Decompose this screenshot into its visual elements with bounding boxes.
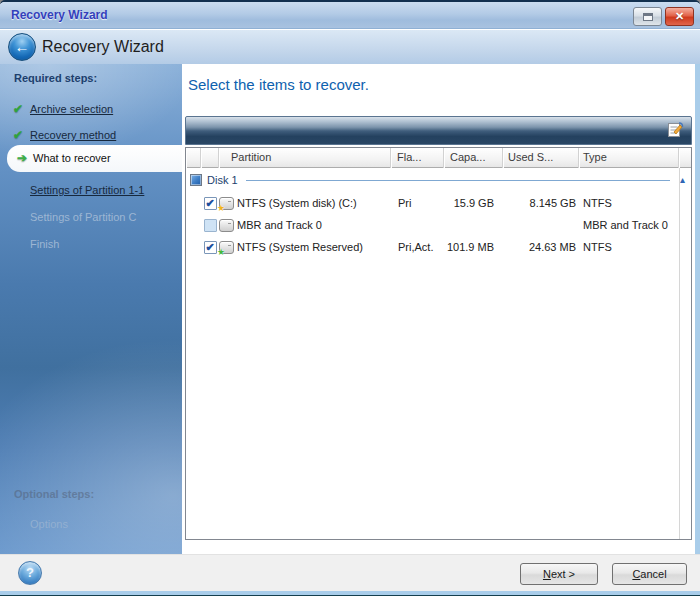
close-button[interactable]: ✕ [665, 7, 694, 26]
table-header-row: Partition Fla... Capa... Used S... Type [186, 148, 691, 168]
table-row[interactable]: ✔ ★ NTFS (System disk) (C:) Pri 15.9 GB … [186, 192, 691, 214]
back-arrow-icon: ← [15, 38, 30, 55]
column-header-type[interactable]: Type [579, 148, 679, 168]
partition-cell: ★ NTFS (System disk) (C:) [219, 197, 391, 210]
partition-icon: ★ [219, 241, 234, 254]
footer-bar: ? Next > Cancel [0, 554, 700, 591]
type-cell: MBR and Track 0 [579, 219, 679, 231]
properties-button[interactable] [664, 120, 686, 142]
flags-cell: Pri [391, 197, 444, 209]
wizard-body: Required steps: ✔ Archive selection ✔ Re… [0, 64, 700, 554]
sidebar-item-finish: Finish [0, 233, 182, 255]
titlebar[interactable]: Recovery Wizard ✕ [0, 2, 700, 29]
check-icon: ✔ [9, 124, 27, 146]
step-label: Options [30, 513, 68, 535]
column-header-capacity[interactable]: Capa... [444, 148, 503, 168]
help-button[interactable]: ? [18, 561, 42, 585]
next-button-label: ext > [551, 568, 575, 580]
optional-steps-label: Optional steps: [14, 488, 94, 500]
step-label: Recovery method [30, 124, 116, 146]
wizard-title: Recovery Wizard [42, 38, 164, 56]
group-divider-line [246, 180, 670, 181]
sidebar-item-archive-selection[interactable]: ✔ Archive selection [0, 98, 182, 120]
partition-icon: ★ [219, 197, 234, 210]
active-star-icon: ★ [217, 248, 225, 257]
wizard-header: ← Recovery Wizard [0, 30, 700, 64]
column-header-flags[interactable]: Fla... [391, 148, 444, 168]
maximize-button[interactable] [633, 7, 662, 26]
partitions-table: Partition Fla... Capa... Used S... Type … [185, 147, 692, 540]
cancel-button-label: ancel [640, 568, 666, 580]
type-cell: NTFS [579, 197, 679, 209]
capacity-cell: 15.9 GB [444, 197, 503, 209]
sidebar-item-recovery-method[interactable]: ✔ Recovery method [0, 124, 182, 146]
checkmark-icon: ✔ [205, 197, 214, 209]
partition-cell: ★ NTFS (System Reserved) [219, 241, 391, 254]
properties-icon [666, 120, 684, 139]
row-checkbox[interactable]: ✔ [204, 197, 217, 210]
recovery-wizard-window: Recovery Wizard ✕ ← Recovery Wizard Requ… [0, 0, 700, 596]
step-label: What to recover [33, 145, 111, 172]
table-row[interactable]: ✔ ★ NTFS (System Reserved) Pri,Act. 101.… [186, 236, 691, 258]
partition-name: NTFS (System disk) (C:) [237, 197, 357, 209]
next-button[interactable]: Next > [520, 563, 598, 585]
disk-group-row[interactable]: Disk 1 ▴ [186, 168, 691, 192]
collapse-arrow-icon[interactable]: ▴ [680, 175, 685, 185]
sidebar-item-what-to-recover[interactable]: ➔ What to recover [7, 145, 182, 172]
used-space-cell: 8.145 GB [503, 197, 579, 209]
disk-icon [190, 174, 202, 186]
primary-star-icon: ★ [217, 204, 225, 213]
help-icon: ? [26, 565, 34, 580]
close-icon: ✕ [675, 10, 684, 22]
row-checkbox[interactable]: ✔ [204, 219, 217, 232]
partition-name: MBR and Track 0 [237, 219, 322, 231]
used-space-cell: 24.63 MB [503, 241, 579, 253]
sidebar-item-options: Options [0, 513, 182, 535]
cancel-button[interactable]: Cancel [612, 563, 687, 585]
sidebar-item-settings-partition-1-1[interactable]: Settings of Partition 1-1 [0, 179, 182, 201]
window-title: Recovery Wizard [11, 8, 108, 22]
column-spacer-3 [679, 148, 691, 168]
checkmark-icon: ✔ [205, 241, 214, 253]
steps-sidebar: Required steps: ✔ Archive selection ✔ Re… [0, 64, 182, 554]
column-header-partition[interactable]: Partition [219, 148, 391, 168]
step-label: Settings of Partition C [30, 206, 136, 228]
page-title: Select the items to recover. [188, 76, 369, 93]
step-label: Settings of Partition 1-1 [30, 179, 144, 201]
column-spacer-2 [201, 148, 219, 168]
next-button-accesskey: N [543, 568, 551, 580]
current-arrow-icon: ➔ [13, 145, 31, 172]
check-icon: ✔ [9, 98, 27, 120]
capacity-cell: 101.9 MB [444, 241, 503, 253]
sidebar-item-settings-partition-c: Settings of Partition C [0, 206, 182, 228]
type-cell: NTFS [579, 241, 679, 253]
partition-icon: ★ [219, 219, 234, 232]
maximize-icon [643, 13, 653, 21]
flags-cell: Pri,Act. [391, 241, 444, 253]
column-header-used-space[interactable]: Used S... [503, 148, 579, 168]
back-button[interactable]: ← [8, 33, 36, 61]
required-steps-label: Required steps: [14, 72, 97, 84]
column-spacer-1 [186, 148, 201, 168]
row-checkbox-cell: ✔ [201, 218, 219, 232]
table-row[interactable]: ✔ ★ MBR and Track 0 MBR and Track 0 [186, 214, 691, 236]
row-checkbox[interactable]: ✔ [204, 241, 217, 254]
partition-cell: ★ MBR and Track 0 [219, 219, 391, 232]
step-label: Archive selection [30, 98, 113, 120]
table-body: Disk 1 ▴ ✔ ★ NTFS (System disk) (C:) Pri [186, 168, 691, 539]
partition-name: NTFS (System Reserved) [237, 241, 363, 253]
items-toolbar [185, 116, 692, 145]
content-pane: Select the items to recover. [182, 64, 695, 554]
step-label: Finish [30, 233, 59, 255]
column-divider [679, 168, 680, 539]
disk-group-label: Disk 1 [207, 174, 238, 186]
